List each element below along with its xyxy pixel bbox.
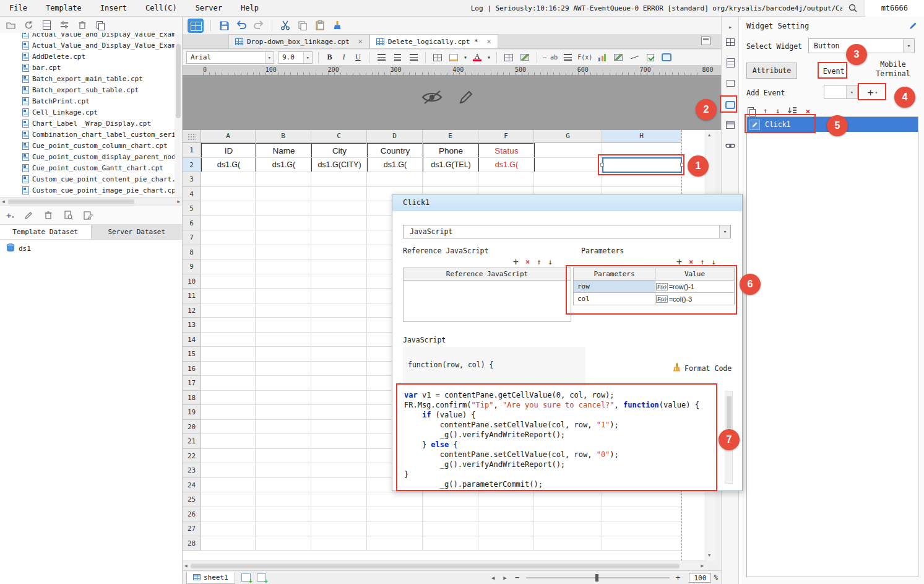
- scroll-right-icon[interactable]: ▶: [699, 563, 706, 569]
- row-header-5[interactable]: 5: [183, 201, 201, 216]
- search-icon[interactable]: [848, 4, 857, 12]
- scrollbar-thumb[interactable]: [8, 199, 134, 204]
- add-parameter-icon[interactable]: +: [676, 256, 682, 268]
- scroll-left-icon[interactable]: ◀: [183, 563, 189, 569]
- settings-icon[interactable]: [59, 19, 70, 30]
- selected-cell-h2[interactable]: [602, 157, 682, 173]
- chevron-down-icon[interactable]: ▾: [464, 54, 467, 61]
- edit-pencil-icon[interactable]: [458, 89, 474, 107]
- report-value-cell[interactable]: ds1.G(TEL): [423, 157, 479, 173]
- insert-widget-icon[interactable]: [660, 51, 673, 64]
- paste-button[interactable]: [314, 19, 326, 32]
- zoom-slider[interactable]: [526, 577, 670, 578]
- row-header-2[interactable]: 2: [183, 158, 201, 173]
- move-event-up-icon[interactable]: ↑: [763, 107, 767, 115]
- refresh-icon[interactable]: [23, 19, 34, 30]
- tab-server-dataset[interactable]: Server Dataset: [91, 225, 183, 239]
- format-code-button[interactable]: Format Code: [672, 363, 732, 374]
- float-element-icon[interactable]: [723, 76, 737, 90]
- row-header-15[interactable]: 15: [183, 347, 201, 362]
- tree-item[interactable]: Cue_point_custom_column_chart.cpt: [0, 140, 182, 151]
- report-header-cell[interactable]: Country: [367, 143, 423, 159]
- column-header-F[interactable]: F: [478, 130, 534, 143]
- report-value-cell[interactable]: ds1.G(: [478, 157, 535, 173]
- format-painter-button[interactable]: [331, 19, 343, 32]
- ab-text-icon[interactable]: ab: [550, 54, 558, 61]
- undo-button[interactable]: [235, 19, 248, 32]
- scrollbar-track[interactable]: [7, 199, 175, 205]
- column-header-C[interactable]: C: [311, 130, 367, 143]
- report-value-cell[interactable]: ds1.G(: [256, 157, 312, 173]
- align-left-icon[interactable]: [375, 51, 387, 64]
- merge-cells-icon[interactable]: [431, 51, 444, 64]
- row-header-17[interactable]: 17: [183, 376, 201, 391]
- row-header-18[interactable]: 18: [183, 391, 201, 406]
- file-view-icon[interactable]: [41, 19, 52, 30]
- column-header-G[interactable]: G: [534, 130, 602, 143]
- delete-icon[interactable]: [77, 19, 88, 30]
- cell-element-icon[interactable]: [723, 56, 737, 69]
- row-header-27[interactable]: 27: [183, 521, 201, 536]
- row-header-4[interactable]: 4: [183, 187, 201, 202]
- menu-item-insert[interactable]: Insert: [91, 4, 136, 12]
- row-header-23[interactable]: 23: [183, 463, 201, 478]
- report-header-cell[interactable]: Status: [478, 143, 535, 159]
- tree-item[interactable]: Cue_point_custom_Gantt_chart.cpt: [0, 162, 182, 173]
- menu-item-template[interactable]: Template: [37, 4, 91, 12]
- bold-button[interactable]: B: [324, 53, 335, 62]
- selection-handle-right[interactable]: [680, 163, 684, 167]
- row-header-9[interactable]: 9: [183, 259, 201, 274]
- prev-sheet-icon[interactable]: ◀: [487, 575, 499, 581]
- delete-dataset-icon[interactable]: [43, 210, 54, 221]
- copy-button[interactable]: [296, 19, 309, 32]
- row-header-16[interactable]: 16: [183, 362, 201, 377]
- report-header-cell[interactable]: City: [311, 143, 368, 159]
- row-header-12[interactable]: 12: [183, 303, 201, 318]
- sort-events-icon[interactable]: [788, 106, 797, 116]
- delete-reference-icon[interactable]: ×: [525, 258, 530, 266]
- tab-mobile-terminal[interactable]: Mobile Terminal: [865, 60, 922, 79]
- zoom-in-button[interactable]: +: [672, 573, 684, 582]
- widget-settings-icon[interactable]: [723, 98, 737, 111]
- tree-vertical-scrollbar[interactable]: [175, 33, 182, 197]
- scrollbar-thumb[interactable]: [176, 44, 181, 118]
- copy-event-icon[interactable]: [748, 107, 755, 115]
- condition-attribute-icon[interactable]: [723, 118, 737, 132]
- image-cell-icon[interactable]: [519, 51, 531, 64]
- reference-table-body[interactable]: [403, 281, 571, 322]
- tab-template-dataset[interactable]: Template Dataset: [0, 225, 91, 239]
- tree-item[interactable]: AddDelete.cpt: [0, 51, 182, 62]
- param-name-cell[interactable]: col: [573, 293, 655, 305]
- report-header-cell[interactable]: Phone: [423, 143, 479, 159]
- column-header-B[interactable]: B: [256, 130, 311, 143]
- column-header-A[interactable]: A: [201, 130, 256, 143]
- zoom-value[interactable]: 100: [689, 573, 711, 583]
- move-reference-up-icon[interactable]: ↑: [537, 258, 541, 266]
- tree-item[interactable]: Actual_Value_and_Display_Value_Examp: [0, 33, 182, 40]
- tab-attribute[interactable]: Attribute: [746, 63, 797, 79]
- param-name-cell[interactable]: row: [573, 281, 655, 293]
- add-event-button[interactable]: +▾: [861, 85, 884, 100]
- checkbox-widget-icon[interactable]: [644, 51, 657, 64]
- tree-horizontal-scrollbar[interactable]: ◀ ▶: [0, 197, 182, 206]
- editor-tab[interactable]: Delete_logically.cpt *×: [369, 34, 498, 48]
- edit-dataset-icon[interactable]: [23, 210, 34, 221]
- account-name[interactable]: mt6666: [865, 0, 924, 17]
- scroll-left-icon[interactable]: ◀: [0, 199, 7, 204]
- line-icon[interactable]: [628, 51, 641, 64]
- report-value-cell[interactable]: ds1.G(: [201, 157, 256, 173]
- picture-icon[interactable]: [612, 51, 624, 64]
- row-header-14[interactable]: 14: [183, 333, 201, 347]
- tree-item[interactable]: Batch_export_main_table.cpt: [0, 73, 182, 84]
- formula-icon[interactable]: F(x): [577, 54, 592, 61]
- batch-edit-dataset-icon[interactable]: [82, 210, 93, 221]
- scroll-right-icon[interactable]: ▶: [175, 199, 182, 204]
- row-header-24[interactable]: 24: [183, 478, 201, 493]
- delete-parameter-icon[interactable]: ×: [689, 258, 693, 266]
- param-value-cell[interactable]: F(x)=row()-1: [655, 281, 735, 293]
- add-dataset-button[interactable]: +▾: [6, 211, 14, 220]
- row-header-20[interactable]: 20: [183, 420, 201, 435]
- add-grid-sheet-icon[interactable]: [241, 573, 251, 582]
- underline-button[interactable]: U: [353, 53, 363, 62]
- tree-item[interactable]: Custom_cue_point_image_pie_chart.cpt: [0, 185, 182, 196]
